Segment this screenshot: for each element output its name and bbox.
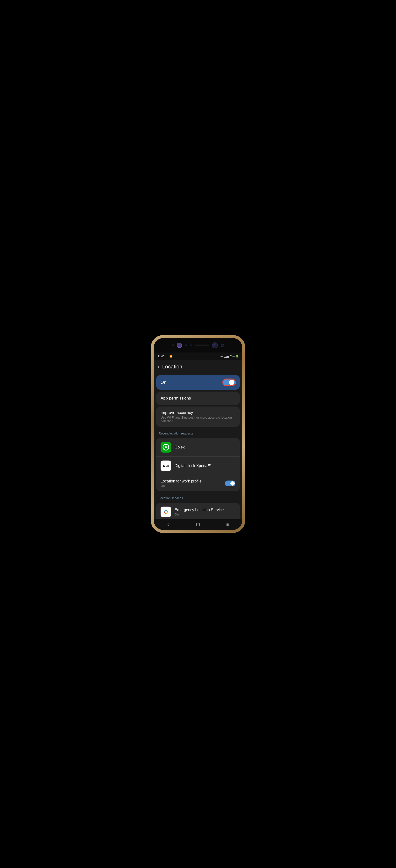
google-icon-emergency <box>161 506 171 517</box>
svg-rect-4 <box>227 523 228 526</box>
digital-clock-item[interactable]: 12:34 Digital clock Xperia™ <box>156 457 240 475</box>
sensor-dot <box>172 344 174 346</box>
status-right: 4G ▂▄▆ 83% 🔋 <box>220 355 238 358</box>
work-profile-subtitle: On <box>161 484 225 488</box>
gojek-name: Gojek <box>175 445 235 450</box>
wifi-icon: 📶 <box>170 355 172 358</box>
improve-accuracy-card[interactable]: Improve accuracy Use Wi-Fi and Bluetooth… <box>156 406 240 427</box>
app-permissions-label: App permissions <box>161 396 191 401</box>
nav-back-button[interactable] <box>164 520 173 529</box>
phone-screen: 11:00 ❗ 📶 4G ▂▄▆ 83% 🔋 ‹ Location On <box>154 338 242 530</box>
gojek-item[interactable]: Gojek <box>156 438 240 457</box>
improve-accuracy-subtitle: Use Wi-Fi and Bluetooth for more accurat… <box>161 416 235 423</box>
gojek-text: Gojek <box>175 445 235 450</box>
improve-accuracy-item[interactable]: Improve accuracy Use Wi-Fi and Bluetooth… <box>156 406 240 427</box>
phone-outer: 11:00 ❗ 📶 4G ▂▄▆ 83% 🔋 ‹ Location On <box>151 335 245 533</box>
nav-recents-button[interactable] <box>223 520 232 529</box>
sensor-dot-2 <box>185 344 187 346</box>
location-toggle-switch[interactable] <box>223 379 235 386</box>
location-toggle-card[interactable]: On <box>156 375 240 390</box>
emergency-location-title: Emergency Location Service <box>175 508 235 512</box>
clock-name: Digital clock Xperia™ <box>175 464 235 468</box>
emergency-location-item[interactable]: Emergency Location Service On <box>156 503 240 519</box>
app-permissions-card[interactable]: App permissions <box>156 392 240 405</box>
app-permissions-item[interactable]: App permissions <box>156 392 240 405</box>
clock-icon: 12:34 <box>161 461 171 471</box>
work-profile-toggle-knob <box>230 481 235 486</box>
nav-home-button[interactable] <box>193 520 203 529</box>
toggle-knob <box>229 380 234 385</box>
page-header: ‹ Location <box>154 360 242 373</box>
page-title: Location <box>162 364 182 370</box>
battery-percent: 83% <box>230 355 235 358</box>
recent-requests-card: Gojek 12:34 Digital clock Xperia™ Locati… <box>156 438 240 491</box>
improve-accuracy-title: Improve accuracy <box>161 410 235 415</box>
recent-requests-label: Recent location requests <box>154 428 242 437</box>
location-services-card: Emergency Location Service On <box>156 503 240 519</box>
gojek-icon <box>161 442 171 453</box>
notification-icon: ❗ <box>166 355 168 358</box>
work-profile-title: Location for work profile <box>161 479 225 484</box>
location-services-label: Location services <box>154 493 242 501</box>
svg-point-1 <box>165 446 167 448</box>
improve-accuracy-text: Improve accuracy Use Wi-Fi and Bluetooth… <box>161 410 235 423</box>
signal-bars-icon: ▂▄▆ <box>224 355 229 358</box>
camera-lens-secondary <box>221 344 224 347</box>
camera-notch <box>154 338 242 352</box>
svg-rect-3 <box>226 523 226 526</box>
speaker-grille <box>195 345 209 346</box>
status-bar: 11:00 ❗ 📶 4G ▂▄▆ 83% 🔋 <box>154 352 242 360</box>
emergency-location-subtitle: On <box>175 513 235 516</box>
network-icon: 4G <box>220 355 223 358</box>
sensor-dot-3 <box>190 344 192 346</box>
status-left: 11:00 ❗ 📶 <box>158 355 172 358</box>
battery-icon: 🔋 <box>236 355 238 358</box>
front-camera <box>177 343 182 348</box>
work-profile-text: Location for work profile On <box>161 479 225 488</box>
svg-rect-5 <box>228 523 229 526</box>
location-toggle-label: On <box>161 380 166 385</box>
status-time: 11:00 <box>158 355 164 358</box>
bottom-navigation <box>154 519 242 530</box>
svg-rect-2 <box>197 523 199 526</box>
work-profile-item[interactable]: Location for work profile On <box>156 475 240 491</box>
emergency-location-text: Emergency Location Service On <box>175 508 235 516</box>
back-button[interactable]: ‹ <box>158 364 159 370</box>
clock-text: Digital clock Xperia™ <box>175 464 235 468</box>
work-profile-toggle[interactable] <box>225 480 235 486</box>
camera-lens-main <box>212 342 218 348</box>
screen-content: ‹ Location On App permissions <box>154 360 242 519</box>
